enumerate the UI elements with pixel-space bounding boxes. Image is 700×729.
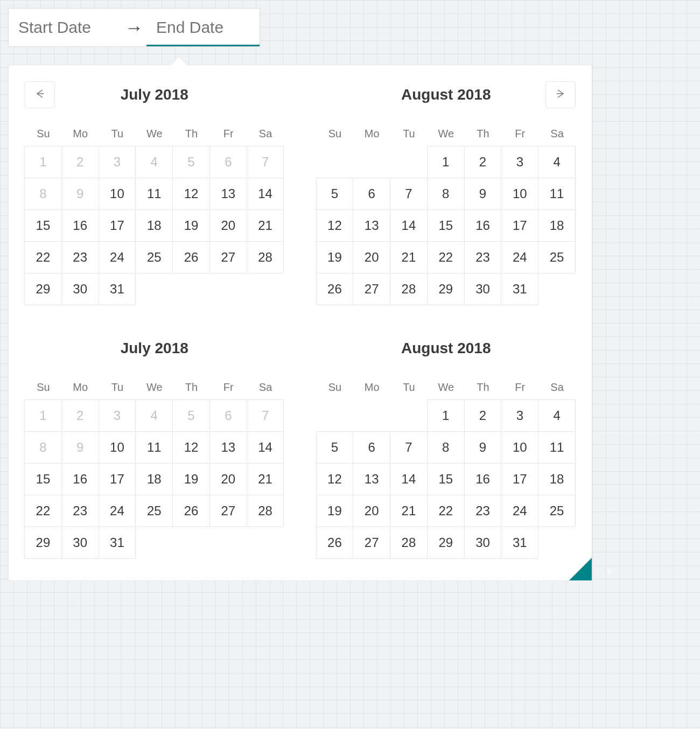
- calendar-day[interactable]: 12: [316, 209, 354, 242]
- calendar-day[interactable]: 26: [316, 273, 354, 305]
- calendar-day[interactable]: 28: [390, 527, 428, 559]
- calendar-day[interactable]: 21: [247, 209, 284, 242]
- calendar-day[interactable]: 2: [464, 399, 502, 432]
- calendar-day[interactable]: 27: [209, 241, 247, 274]
- calendar-day[interactable]: 15: [427, 463, 465, 495]
- calendar-day[interactable]: 17: [501, 463, 538, 495]
- calendar-day[interactable]: 16: [61, 209, 99, 242]
- calendar-day[interactable]: 16: [464, 209, 502, 242]
- calendar-day[interactable]: 27: [209, 495, 247, 527]
- calendar-day[interactable]: 20: [209, 463, 247, 495]
- calendar-day[interactable]: 9: [464, 431, 502, 464]
- calendar-day[interactable]: 18: [135, 209, 173, 242]
- calendar-day[interactable]: 10: [501, 431, 538, 464]
- calendar-day[interactable]: 31: [501, 273, 538, 305]
- calendar-day[interactable]: 31: [99, 273, 136, 305]
- calendar-day[interactable]: 4: [538, 146, 576, 178]
- calendar-day[interactable]: 25: [538, 241, 576, 274]
- calendar-day[interactable]: 12: [172, 178, 210, 210]
- calendar-day[interactable]: 6: [353, 431, 390, 464]
- calendar-day[interactable]: 7: [390, 431, 428, 464]
- calendar-day[interactable]: 13: [209, 431, 247, 464]
- calendar-day[interactable]: 14: [390, 463, 428, 495]
- calendar-day[interactable]: 20: [353, 241, 390, 274]
- calendar-day[interactable]: 17: [99, 209, 136, 242]
- calendar-day[interactable]: 18: [538, 209, 576, 242]
- calendar-day[interactable]: 31: [99, 527, 136, 559]
- calendar-day[interactable]: 28: [247, 241, 284, 274]
- calendar-day[interactable]: 22: [24, 495, 62, 527]
- calendar-day[interactable]: 24: [501, 241, 538, 274]
- calendar-day[interactable]: 30: [464, 527, 502, 559]
- calendar-day[interactable]: 21: [390, 241, 428, 274]
- calendar-day[interactable]: 19: [316, 495, 354, 527]
- calendar-day[interactable]: 29: [427, 527, 465, 559]
- calendar-day[interactable]: 23: [61, 495, 99, 527]
- calendar-day[interactable]: 26: [316, 527, 354, 559]
- calendar-day[interactable]: 11: [135, 431, 173, 464]
- calendar-day[interactable]: 15: [427, 209, 465, 242]
- calendar-day[interactable]: 6: [353, 178, 390, 210]
- calendar-day[interactable]: 13: [209, 178, 247, 210]
- calendar-day[interactable]: 23: [464, 495, 502, 527]
- calendar-day[interactable]: 19: [172, 209, 210, 242]
- calendar-day[interactable]: 8: [427, 431, 465, 464]
- calendar-day[interactable]: 20: [353, 495, 390, 527]
- calendar-day[interactable]: 15: [24, 209, 62, 242]
- calendar-day[interactable]: 16: [464, 463, 502, 495]
- calendar-day[interactable]: 31: [501, 527, 538, 559]
- calendar-day[interactable]: 26: [172, 241, 210, 274]
- calendar-day[interactable]: 2: [464, 146, 502, 178]
- calendar-day[interactable]: 21: [390, 495, 428, 527]
- calendar-day[interactable]: 17: [99, 463, 136, 495]
- calendar-day[interactable]: 15: [24, 463, 62, 495]
- help-button[interactable]: ?: [569, 558, 592, 580]
- calendar-day[interactable]: 25: [538, 495, 576, 527]
- calendar-day[interactable]: 5: [316, 431, 354, 464]
- calendar-day[interactable]: 21: [247, 463, 284, 495]
- calendar-day[interactable]: 18: [538, 463, 576, 495]
- calendar-day[interactable]: 23: [61, 241, 99, 274]
- calendar-day[interactable]: 5: [316, 178, 354, 210]
- calendar-day[interactable]: 30: [61, 273, 99, 305]
- calendar-day[interactable]: 16: [61, 463, 99, 495]
- calendar-day[interactable]: 29: [427, 273, 465, 305]
- calendar-day[interactable]: 24: [99, 241, 136, 274]
- calendar-day[interactable]: 22: [24, 241, 62, 274]
- calendar-day[interactable]: 30: [61, 527, 99, 559]
- calendar-day[interactable]: 14: [247, 431, 284, 464]
- calendar-day[interactable]: 19: [316, 241, 354, 274]
- calendar-day[interactable]: 29: [24, 527, 62, 559]
- calendar-day[interactable]: 10: [99, 431, 136, 464]
- calendar-day[interactable]: 11: [538, 178, 576, 210]
- calendar-day[interactable]: 27: [353, 273, 390, 305]
- calendar-day[interactable]: 3: [501, 146, 538, 178]
- calendar-day[interactable]: 1: [427, 399, 465, 432]
- calendar-day[interactable]: 7: [390, 178, 428, 210]
- calendar-day[interactable]: 18: [135, 463, 173, 495]
- end-date-input[interactable]: [146, 9, 260, 46]
- calendar-day[interactable]: 4: [538, 399, 576, 432]
- calendar-day[interactable]: 19: [172, 463, 210, 495]
- calendar-day[interactable]: 1: [427, 146, 465, 178]
- calendar-day[interactable]: 24: [99, 495, 136, 527]
- calendar-day[interactable]: 11: [135, 178, 173, 210]
- calendar-day[interactable]: 14: [247, 178, 284, 210]
- calendar-day[interactable]: 8: [427, 178, 465, 210]
- calendar-day[interactable]: 10: [99, 178, 136, 210]
- calendar-day[interactable]: 24: [501, 495, 538, 527]
- calendar-day[interactable]: 9: [464, 178, 502, 210]
- next-month-button[interactable]: [545, 81, 576, 108]
- calendar-day[interactable]: 25: [135, 495, 173, 527]
- calendar-day[interactable]: 13: [353, 463, 390, 495]
- prev-month-button[interactable]: [25, 81, 55, 108]
- calendar-day[interactable]: 23: [464, 241, 502, 274]
- calendar-day[interactable]: 11: [538, 431, 576, 464]
- calendar-day[interactable]: 14: [390, 209, 428, 242]
- calendar-day[interactable]: 28: [390, 273, 428, 305]
- calendar-day[interactable]: 22: [427, 495, 465, 527]
- calendar-day[interactable]: 10: [501, 178, 538, 210]
- calendar-day[interactable]: 20: [209, 209, 247, 242]
- calendar-day[interactable]: 26: [172, 495, 210, 527]
- calendar-day[interactable]: 27: [353, 527, 390, 559]
